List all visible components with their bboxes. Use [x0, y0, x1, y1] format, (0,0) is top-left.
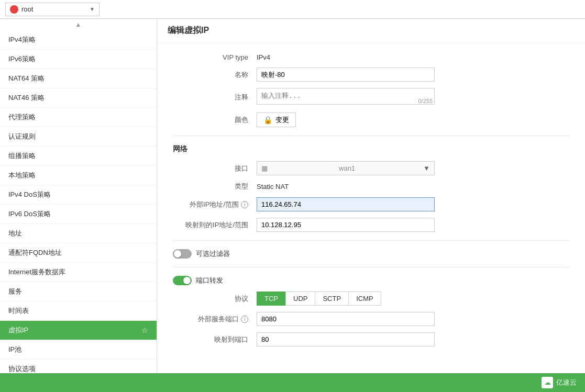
- page-title: 编辑虚拟IP: [157, 19, 585, 43]
- root-dropdown[interactable]: root ▼: [5, 3, 100, 16]
- root-label: root: [21, 5, 86, 13]
- sidebar-item-label: Internet服务数据库: [8, 267, 65, 277]
- sidebar-item-auth-rules[interactable]: 认证规则: [0, 127, 157, 147]
- sidebar-item-label: IPv6策略: [8, 54, 36, 64]
- sidebar-item-label: 服务: [8, 287, 22, 296]
- ext-port-label: 外部服务端口 i: [173, 315, 257, 324]
- sidebar-item-service[interactable]: 服务: [0, 282, 157, 301]
- sidebar-item-nat46-policy[interactable]: NAT46 策略: [0, 88, 157, 108]
- sidebar-item-wildcard-fqdn[interactable]: 通配符FQDN地址: [0, 243, 157, 263]
- sidebar-item-label: 组播策略: [8, 151, 36, 161]
- port-forward-knob: [183, 277, 191, 284]
- vip-type-row: VIP type IPv4: [173, 53, 569, 61]
- comment-row: 注释 0/255: [173, 88, 569, 106]
- sidebar-item-label: 通配符FQDN地址: [8, 248, 62, 257]
- external-ip-row: 外部IP地址/范围 i: [173, 197, 569, 211]
- sidebar-item-label: 协议选项: [8, 364, 36, 373]
- sidebar-item-ipv6-policy[interactable]: IPv6策略: [0, 50, 157, 69]
- interface-value: wan1: [339, 164, 355, 172]
- proto-btn-sctp[interactable]: SCTP: [315, 292, 348, 306]
- sidebar-item-proxy-policy[interactable]: 代理策略: [0, 108, 157, 127]
- sidebar-item-protocol-options[interactable]: 协议选项: [0, 360, 157, 373]
- color-change-label: 变更: [275, 115, 289, 125]
- sidebar-item-address[interactable]: 地址: [0, 224, 157, 243]
- interface-dropdown-arrow-icon: ▼: [423, 164, 430, 172]
- sidebar-item-label: 认证规则: [8, 132, 36, 141]
- sidebar-item-ipv6-dos[interactable]: IPv6 DoS策略: [0, 205, 157, 224]
- sidebar-item-label: 虚拟IP: [8, 326, 28, 335]
- external-ip-label: 外部IP地址/范围 i: [173, 200, 257, 209]
- optional-filter-toggle[interactable]: [173, 249, 192, 259]
- comment-counter: 0/255: [418, 98, 433, 104]
- color-label: 颜色: [173, 115, 257, 125]
- type-row: 类型 Static NAT: [173, 182, 569, 191]
- mapped-ip-input[interactable]: [257, 218, 435, 232]
- protocol-buttons: TCPUDPSCTPICMP: [257, 292, 381, 306]
- mapped-port-row: 映射到端口: [173, 332, 569, 346]
- bottom-bar: ☁ 亿速云: [0, 373, 585, 392]
- sidebar-item-label: IPv6 DoS策略: [8, 209, 51, 219]
- interface-dropdown[interactable]: ▦ wan1 ▼: [257, 161, 435, 175]
- ext-port-row: 外部服务端口 i: [173, 312, 569, 326]
- sidebar-item-label: NAT46 策略: [8, 93, 45, 103]
- port-forward-label: 端口转发: [196, 276, 223, 285]
- ext-port-info-icon[interactable]: i: [241, 316, 248, 323]
- proto-btn-icmp[interactable]: ICMP: [348, 292, 381, 306]
- divider-2: [173, 240, 569, 241]
- main-layout: ▲ IPv4策略IPv6策略NAT64 策略NAT46 策略代理策略认证规则组播…: [0, 19, 585, 373]
- external-ip-info-icon[interactable]: i: [241, 201, 248, 208]
- divider-1: [173, 136, 569, 136]
- sidebar-item-virtual-ip[interactable]: 虚拟IP☆: [0, 321, 157, 340]
- sidebar-item-local-policy[interactable]: 本地策略: [0, 166, 157, 185]
- sidebar-item-label: 本地策略: [8, 171, 36, 180]
- ext-port-input[interactable]: [257, 312, 435, 326]
- protocol-label: 协议: [173, 294, 257, 304]
- protocol-row: 协议 TCPUDPSCTPICMP: [173, 292, 569, 306]
- proto-btn-udp[interactable]: UDP: [285, 292, 315, 306]
- sidebar-item-ipv4-dos[interactable]: IPv4 DoS策略: [0, 185, 157, 205]
- brand-icon: ☁: [542, 377, 553, 388]
- brand-icon-text: ☁: [545, 379, 550, 386]
- interface-row: 接口 ▦ wan1 ▼: [173, 161, 569, 175]
- lock-icon: 🔒: [263, 116, 272, 124]
- sidebar-item-multicast-policy[interactable]: 组播策略: [0, 147, 157, 166]
- name-label: 名称: [173, 70, 257, 80]
- vip-type-label: VIP type: [173, 53, 257, 61]
- brand-label: 亿速云: [556, 378, 577, 387]
- sidebar-item-label: 地址: [8, 229, 22, 238]
- sidebar-item-nat64-policy[interactable]: NAT64 策略: [0, 69, 157, 88]
- form-area: VIP type IPv4 名称 注释 0/255 颜色 🔒: [157, 43, 585, 363]
- sidebar-item-label: IPv4策略: [8, 35, 36, 44]
- scroll-up-icon: ▲: [75, 21, 82, 28]
- sidebar-item-internet-db[interactable]: Internet服务数据库: [0, 263, 157, 282]
- network-section-title: 网络: [173, 144, 569, 154]
- sidebar-item-ipv4-policy[interactable]: IPv4策略: [0, 30, 157, 50]
- proto-btn-tcp[interactable]: TCP: [257, 292, 285, 306]
- scroll-indicator: ▲: [0, 19, 157, 30]
- mapped-port-input[interactable]: [257, 332, 435, 346]
- star-icon: ☆: [141, 326, 148, 334]
- mapped-port-label: 映射到端口: [173, 335, 257, 344]
- sidebar-item-ip-pool[interactable]: IP池: [0, 340, 157, 360]
- sidebar-item-label: IPv4 DoS策略: [8, 190, 51, 199]
- type-label: 类型: [173, 182, 257, 191]
- top-bar: root ▼: [0, 0, 585, 19]
- name-input[interactable]: [257, 68, 435, 82]
- divider-3: [173, 267, 569, 267]
- type-value: Static NAT: [257, 183, 289, 191]
- brand-logo: ☁ 亿速云: [542, 377, 577, 388]
- sidebar-item-schedule[interactable]: 时间表: [0, 301, 157, 321]
- comment-input[interactable]: [257, 88, 435, 105]
- interface-grid-icon: ▦: [261, 164, 268, 172]
- sidebar-item-label: 代理策略: [8, 113, 36, 122]
- port-forward-toggle[interactable]: [173, 276, 192, 285]
- sidebar-item-label: NAT64 策略: [8, 74, 45, 83]
- external-ip-input[interactable]: [257, 197, 435, 211]
- color-change-button[interactable]: 🔒 变更: [257, 113, 296, 127]
- name-row: 名称: [173, 68, 569, 82]
- content-area: 编辑虚拟IP VIP type IPv4 名称 注释 0/255: [157, 19, 585, 373]
- vip-type-value: IPv4: [257, 53, 270, 61]
- root-icon: [10, 5, 18, 14]
- dropdown-arrow-icon: ▼: [90, 6, 95, 12]
- sidebar: ▲ IPv4策略IPv6策略NAT64 策略NAT46 策略代理策略认证规则组播…: [0, 19, 157, 373]
